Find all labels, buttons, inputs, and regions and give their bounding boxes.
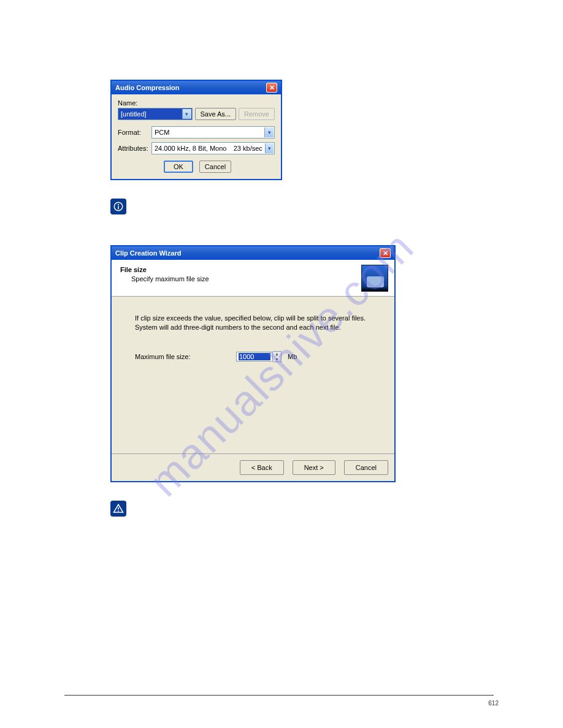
audio-title: Audio Compression <box>115 84 180 91</box>
max-file-size-input[interactable]: 1000 <box>236 352 273 362</box>
wizard-description: If clip size exceeds the value, specifie… <box>135 314 371 333</box>
attributes-label: Attributes: <box>118 145 151 152</box>
audio-titlebar: Audio Compression ✕ <box>112 81 281 94</box>
cancel-button[interactable]: Cancel <box>344 460 388 475</box>
chevron-down-icon[interactable]: ▾ <box>264 127 274 137</box>
spin-down-icon[interactable]: ▼ <box>273 357 281 362</box>
footer-divider <box>64 695 494 696</box>
close-icon[interactable]: ✕ <box>380 248 391 258</box>
format-combo[interactable]: PCM ▾ <box>151 126 275 138</box>
svg-point-1 <box>118 204 119 205</box>
name-value: [untitled] <box>121 110 147 118</box>
cancel-button[interactable]: Cancel <box>199 161 231 173</box>
wizard-title: Clip Creation Wizard <box>115 249 181 257</box>
format-value: PCM <box>155 129 169 136</box>
size-unit-label: Mb <box>288 353 297 360</box>
page-number: 612 <box>488 700 499 707</box>
name-label: Name: <box>118 99 275 107</box>
attributes-combo[interactable]: 24.000 kHz, 8 Bit, Mono 23 kb/sec ▾ <box>151 142 275 154</box>
next-button[interactable]: Next > <box>293 460 335 475</box>
spin-up-icon[interactable]: ▲ <box>273 352 281 357</box>
remove-button: Remove <box>239 108 275 120</box>
svg-point-4 <box>118 510 119 512</box>
name-combo[interactable]: [untitled] ▾ <box>118 108 193 120</box>
spinner-control[interactable]: ▲ ▼ <box>273 351 282 362</box>
close-icon[interactable]: ✕ <box>266 83 277 93</box>
warning-icon <box>110 501 126 517</box>
wizard-header-icon <box>361 265 388 292</box>
wizard-header: File size Specify maximum file size <box>112 260 394 297</box>
back-button[interactable]: < Back <box>240 460 284 475</box>
attributes-value-right: 23 kb/sec <box>234 145 262 152</box>
chevron-down-icon[interactable]: ▾ <box>265 143 274 153</box>
chevron-down-icon[interactable]: ▾ <box>182 109 191 119</box>
info-icon <box>110 199 126 214</box>
ok-button[interactable]: OK <box>164 161 193 173</box>
max-file-size-label: Maximum file size: <box>135 353 236 360</box>
wizard-titlebar: Clip Creation Wizard ✕ <box>112 246 394 260</box>
save-as-button[interactable]: Save As... <box>195 108 237 120</box>
svg-rect-3 <box>118 507 119 510</box>
format-label: Format: <box>118 129 151 136</box>
wizard-header-subtitle: Specify maximum file size <box>131 275 386 282</box>
wizard-header-title: File size <box>120 266 386 273</box>
svg-rect-2 <box>118 206 119 209</box>
attributes-value-left: 24.000 kHz, 8 Bit, Mono <box>155 145 226 152</box>
audio-compression-dialog: Audio Compression ✕ Name: [untitled] ▾ S… <box>110 80 282 180</box>
clip-creation-wizard-dialog: Clip Creation Wizard ✕ File size Specify… <box>110 245 396 482</box>
